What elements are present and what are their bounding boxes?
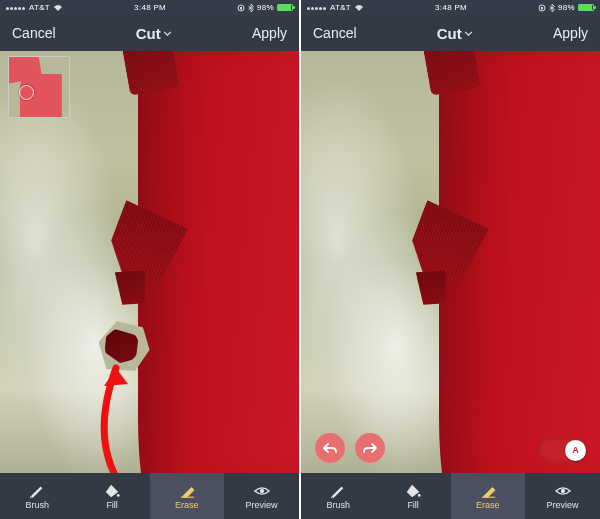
- tool-erase[interactable]: Erase: [451, 473, 526, 519]
- navigator-preview[interactable]: [8, 56, 70, 118]
- undo-redo-group: [315, 433, 385, 463]
- fill-icon: [404, 483, 422, 499]
- status-right: 98%: [538, 3, 594, 12]
- cancel-button[interactable]: Cancel: [313, 25, 357, 41]
- bottom-toolbar: Brush Fill Erase Preview: [0, 473, 299, 519]
- svg-rect-6: [541, 7, 543, 10]
- undo-button[interactable]: [315, 433, 345, 463]
- status-left: AT&T: [307, 3, 364, 12]
- brush-icon: [28, 483, 46, 499]
- nav-bar: Cancel Cut Apply: [301, 15, 600, 51]
- wifi-icon: [53, 4, 63, 12]
- wifi-icon: [354, 4, 364, 12]
- preview-icon: [253, 483, 271, 499]
- edit-canvas[interactable]: [301, 51, 600, 473]
- preview-icon: [554, 483, 572, 499]
- redo-button[interactable]: [355, 433, 385, 463]
- apply-button[interactable]: Apply: [553, 25, 588, 41]
- auto-toggle[interactable]: A: [538, 437, 588, 463]
- bluetooth-icon: [248, 4, 254, 12]
- erase-icon: [479, 483, 497, 499]
- svg-point-4: [259, 488, 263, 492]
- rotation-lock-icon: [237, 4, 245, 12]
- battery-icon: [578, 4, 594, 11]
- carrier-label: AT&T: [330, 3, 351, 12]
- fill-icon: [103, 483, 121, 499]
- tool-fill[interactable]: Fill: [75, 473, 150, 519]
- tool-preview-label: Preview: [547, 501, 579, 510]
- apply-button[interactable]: Apply: [252, 25, 287, 41]
- tool-erase[interactable]: Erase: [150, 473, 225, 519]
- nav-bar: Cancel Cut Apply: [0, 15, 299, 51]
- battery-pct: 98%: [257, 3, 274, 12]
- brush-cursor-icon: [19, 85, 34, 100]
- svg-rect-1: [240, 7, 242, 10]
- toggle-knob: A: [565, 440, 586, 461]
- chevron-down-icon: [163, 31, 172, 36]
- tool-fill-label: Fill: [106, 501, 118, 510]
- signal-dots-icon: [6, 3, 26, 12]
- bottom-toolbar: Brush Fill Erase Preview: [301, 473, 600, 519]
- tool-preview-label: Preview: [246, 501, 278, 510]
- tool-erase-label: Erase: [476, 501, 500, 510]
- bluetooth-icon: [549, 4, 555, 12]
- svg-point-9: [560, 488, 564, 492]
- rotation-lock-icon: [538, 4, 546, 12]
- tool-preview[interactable]: Preview: [224, 473, 299, 519]
- tool-brush[interactable]: Brush: [0, 473, 75, 519]
- tool-erase-label: Erase: [175, 501, 199, 510]
- right-screenshot: AT&T 3:48 PM 98% Cancel Cut Apply: [301, 0, 600, 519]
- tool-fill[interactable]: Fill: [376, 473, 451, 519]
- tool-brush-label: Brush: [327, 501, 351, 510]
- nav-title[interactable]: Cut: [136, 25, 172, 42]
- nav-title-text: Cut: [136, 25, 161, 42]
- tool-preview[interactable]: Preview: [525, 473, 600, 519]
- battery-pct: 98%: [558, 3, 575, 12]
- signal-dots-icon: [307, 3, 327, 12]
- carrier-label: AT&T: [29, 3, 50, 12]
- status-bar: AT&T 3:48 PM 98%: [0, 0, 299, 15]
- undo-icon: [322, 442, 338, 454]
- erase-icon: [178, 483, 196, 499]
- tool-brush[interactable]: Brush: [301, 473, 376, 519]
- tool-brush-label: Brush: [26, 501, 50, 510]
- status-right: 98%: [237, 3, 293, 12]
- cancel-button[interactable]: Cancel: [12, 25, 56, 41]
- status-left: AT&T: [6, 3, 63, 12]
- battery-icon: [277, 4, 293, 11]
- status-time: 3:48 PM: [435, 3, 467, 12]
- svg-point-2: [117, 494, 120, 497]
- chevron-down-icon: [464, 31, 473, 36]
- toggle-label: A: [572, 445, 579, 455]
- tool-fill-label: Fill: [407, 501, 419, 510]
- nav-title-text: Cut: [437, 25, 462, 42]
- nav-title[interactable]: Cut: [437, 25, 473, 42]
- brush-icon: [329, 483, 347, 499]
- left-screenshot: AT&T 3:48 PM 98% Cancel Cut Apply: [0, 0, 301, 519]
- redo-icon: [362, 442, 378, 454]
- status-bar: AT&T 3:48 PM 98%: [301, 0, 600, 15]
- svg-point-7: [418, 494, 421, 497]
- status-time: 3:48 PM: [134, 3, 166, 12]
